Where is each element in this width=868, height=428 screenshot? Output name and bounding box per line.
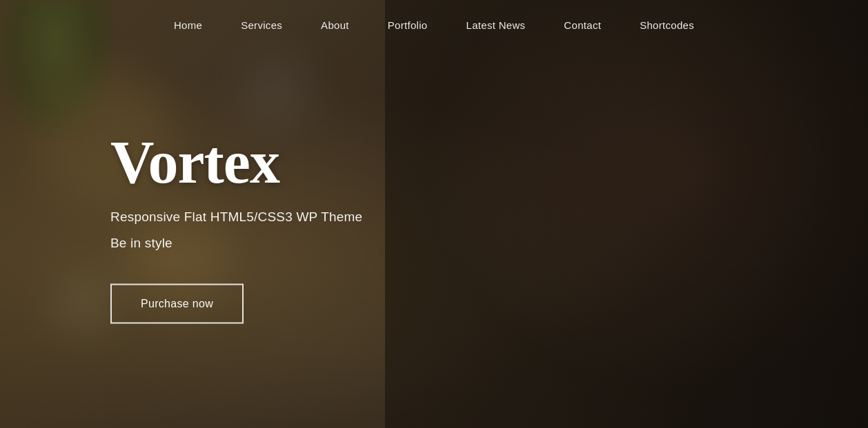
- nav-item-portfolio: Portfolio: [368, 19, 447, 32]
- hero-subtitle: Responsive Flat HTML5/CSS3 WP Theme: [110, 206, 362, 227]
- nav-item-contact: Contact: [544, 19, 620, 32]
- nav-item-home: Home: [155, 19, 221, 32]
- nav-item-services: Services: [221, 19, 302, 32]
- nav-link-latest-news[interactable]: Latest News: [447, 14, 545, 37]
- nav-link-contact[interactable]: Contact: [544, 14, 620, 37]
- nav-item-latest-news: Latest News: [447, 19, 545, 32]
- nav-item-about: About: [302, 19, 368, 32]
- nav-link-shortcodes[interactable]: Shortcodes: [620, 14, 713, 37]
- main-nav: Home Services About Portfolio Latest New…: [0, 0, 868, 51]
- nav-links: Home Services About Portfolio Latest New…: [155, 19, 713, 32]
- hero-title: Vortex: [110, 132, 362, 192]
- nav-link-home[interactable]: Home: [155, 14, 221, 37]
- hero-section: Home Services About Portfolio Latest New…: [0, 0, 868, 428]
- nav-link-about[interactable]: About: [302, 14, 368, 37]
- nav-link-portfolio[interactable]: Portfolio: [368, 14, 447, 37]
- hero-tagline: Be in style: [110, 233, 362, 254]
- hero-content: Vortex Responsive Flat HTML5/CSS3 WP The…: [110, 132, 362, 324]
- purchase-now-button[interactable]: Purchase now: [110, 284, 244, 324]
- nav-item-shortcodes: Shortcodes: [620, 19, 713, 32]
- nav-link-services[interactable]: Services: [221, 14, 302, 37]
